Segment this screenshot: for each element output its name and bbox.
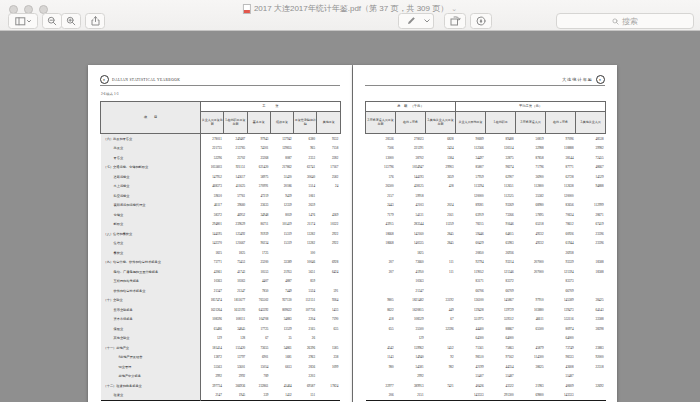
data-cell: 33389: [270, 258, 293, 268]
zoom-in-button[interactable]: [61, 13, 81, 29]
data-cell: 5514: [294, 182, 317, 192]
data-cell: 119052: [456, 267, 486, 277]
data-cell: 24: [317, 182, 340, 192]
data-cell: 73771: [201, 258, 224, 268]
data-cell: 8087: [270, 153, 293, 163]
table-row: 道路运输业1479521436175897551420306402582: [101, 172, 341, 182]
col-header: 基本工资: [247, 112, 270, 134]
data-cell: 83171: [456, 277, 486, 287]
data-cell: [576, 286, 606, 296]
table-row: 软件和信息技术服务业2134721347785074495524591: [101, 286, 341, 296]
table-caption: 2-6 续表 1-3: [101, 92, 119, 96]
data-cell: 438125: [396, 182, 426, 192]
data-cell: [426, 277, 456, 287]
data-cell: 13282: [294, 239, 317, 249]
wage-table-right: 总 额 （千元） 平均工资（元） 2.劳务派遣人员工资总额 在岗＋劳务 3.其他…: [365, 101, 606, 401]
data-cell: 101419: [270, 220, 293, 230]
highlight-button[interactable]: [470, 13, 492, 29]
data-cell: 2582: [317, 172, 340, 182]
zoom-out-button[interactable]: [42, 13, 62, 29]
data-cell: 23883: [576, 343, 606, 353]
data-cell: 207000: [516, 267, 546, 277]
data-cell: 291300: [486, 391, 516, 401]
table-row: 7506221291243411256613051432988118888399…: [366, 144, 606, 154]
data-cell: 13797: [224, 353, 247, 363]
data-cell: 1099: [317, 362, 340, 372]
col-header: 从业人员平均工资: [456, 112, 486, 134]
data-cell: 20850: [456, 248, 486, 258]
data-cell: 1825: [396, 248, 426, 258]
search-icon: [612, 18, 619, 25]
data-cell: 1681: [270, 353, 293, 363]
table-row: 货币金融服务1621264161219364339280962210773614…: [101, 305, 341, 315]
data-cell: [426, 372, 456, 382]
data-cell: 66709: [546, 286, 576, 296]
search-field[interactable]: 搜索: [556, 13, 694, 29]
table-row: 邮政业294801239629867111014192117410322: [101, 220, 341, 230]
data-cell: 23268: [247, 153, 270, 163]
data-cell: 39660: [224, 201, 247, 211]
data-cell: 11259: [426, 220, 456, 230]
data-cell: 73660: [396, 258, 426, 268]
rotate-button[interactable]: [444, 13, 466, 29]
data-cell: 655: [366, 324, 396, 334]
data-cell: 43608: [546, 362, 576, 372]
table-row: 仓储业583724695234948805914764369: [101, 210, 341, 220]
data-cell: 411625: [224, 182, 247, 192]
data-cell: 87771: [546, 163, 576, 173]
data-cell: 26396: [294, 343, 317, 353]
data-cell: 1621264: [201, 305, 224, 315]
sidebar-toggle-button[interactable]: [8, 13, 38, 29]
table-row: 其他金融业129128673526: [101, 334, 341, 344]
table-row: 装卸搬运和运输代理业461173966023633123592659: [101, 201, 341, 211]
data-cell: 42061: [201, 267, 224, 277]
data-cell: 112566: [456, 144, 486, 154]
data-cell: 22318: [576, 362, 606, 372]
title-chevron-icon[interactable]: ⌄: [451, 5, 457, 13]
share-button[interactable]: [85, 13, 105, 29]
data-cell: 1476: [294, 210, 317, 220]
data-cell: 129: [201, 334, 224, 344]
data-cell: 100: [294, 248, 317, 258]
data-cell: 4407: [247, 277, 270, 287]
data-cell: 45464: [270, 381, 293, 391]
data-cell: 68980: [516, 201, 546, 211]
data-cell: 67: [247, 334, 270, 344]
data-cell: 18588: [576, 258, 606, 268]
data-cell: 1055603: [201, 163, 224, 173]
col-header: 2.劳务派遣人员: [516, 112, 546, 134]
data-cell: 139473: [546, 305, 576, 315]
data-cell: 71561: [456, 343, 486, 353]
data-cell: 559312: [486, 315, 516, 325]
data-cell: 86711: [247, 220, 270, 230]
data-cell: 643392: [247, 305, 270, 315]
data-cell: 98333: [546, 353, 576, 363]
data-cell: 22977: [366, 381, 396, 391]
data-cell: 34845: [224, 324, 247, 334]
markup-dropdown-button[interactable]: [421, 13, 434, 29]
col-header: 在岗＋劳务: [546, 112, 576, 134]
data-cell: 80974: [546, 324, 576, 334]
data-cell: 25702: [224, 153, 247, 163]
data-cell: 108529: [396, 315, 426, 325]
data-cell: 112800: [516, 182, 546, 192]
row-label: 住宿业: [101, 239, 201, 249]
row-label: 仓储业: [101, 210, 201, 220]
data-cell: 144195: [201, 229, 224, 239]
table-row: 1866814033528456042965983492326194423596: [366, 239, 606, 249]
row-label: 物业管理: [101, 362, 201, 372]
data-cell: 2836: [294, 362, 317, 372]
row-label: （六）批发和零售业: [101, 134, 201, 144]
data-cell: 54131: [396, 210, 426, 220]
data-cell: 87858: [516, 153, 546, 163]
data-cell: 118888: [546, 144, 576, 154]
markup-button[interactable]: [398, 13, 423, 29]
data-cell: 88867: [486, 324, 516, 334]
data-cell: 66709: [486, 286, 516, 296]
data-cell: 33192: [426, 296, 456, 306]
data-cell: 65983: [486, 239, 516, 249]
data-cell: 98510: [456, 353, 486, 363]
data-cell: 28671: [576, 210, 606, 220]
row-label: 餐饮业: [101, 248, 201, 258]
data-cell: [576, 277, 606, 287]
